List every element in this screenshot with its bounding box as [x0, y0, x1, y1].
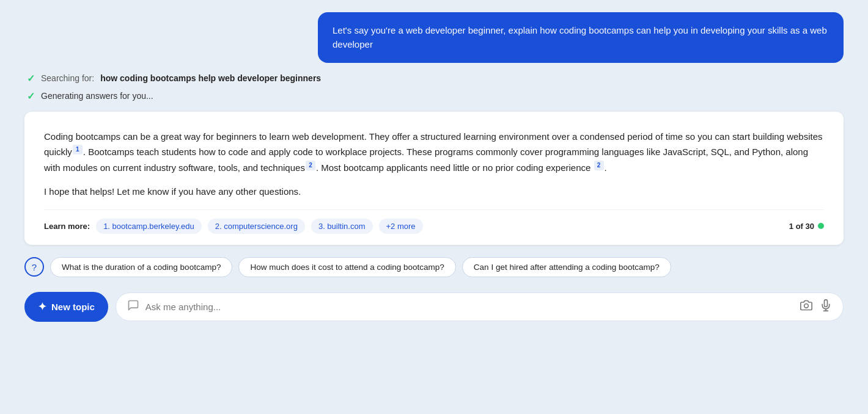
chat-container: Let's say you're a web developer beginne… [24, 12, 844, 322]
ask-input[interactable] [145, 302, 794, 312]
searching-label: Searching for: [41, 73, 94, 83]
generating-label: Generating answers for you... [41, 91, 153, 101]
answer-paragraph-2: I hope that helps! Let me know if you ha… [44, 184, 824, 200]
green-dot [818, 223, 824, 229]
suggestion-btn-3[interactable]: Can I get hired after attending a coding… [462, 257, 671, 277]
chat-bubble-icon [127, 299, 139, 314]
answer-card: Coding bootcamps can be a great way for … [24, 112, 844, 245]
page-indicator: 1 of 30 [789, 222, 824, 231]
new-topic-button[interactable]: ✦ New topic [24, 292, 108, 322]
check-icon-1: ✓ [27, 73, 35, 84]
user-message: Let's say you're a web developer beginne… [318, 12, 844, 63]
learn-more-link-2[interactable]: 2. computerscience.org [208, 219, 305, 234]
searching-status-row: ✓ Searching for: how coding bootcamps he… [27, 73, 844, 84]
suggestion-question-icon: ? [24, 257, 44, 277]
microphone-icon[interactable] [820, 299, 832, 314]
new-topic-label: New topic [51, 302, 95, 312]
suggestion-btn-2[interactable]: How much does it cost to attend a coding… [238, 257, 455, 277]
answer-text: Coding bootcamps can be a great way for … [44, 129, 824, 200]
status-area: ✓ Searching for: how coding bootcamps he… [24, 73, 844, 102]
suggestion-btn-1[interactable]: What is the duration of a coding bootcam… [50, 257, 232, 277]
generating-status-row: ✓ Generating answers for you... [27, 90, 844, 102]
more-badge[interactable]: +2 more [379, 219, 423, 234]
answer-paragraph-1: Coding bootcamps can be a great way for … [44, 129, 824, 176]
svg-point-0 [804, 303, 809, 308]
input-box [116, 292, 844, 321]
input-action-icons [800, 299, 832, 314]
check-icon-2: ✓ [27, 90, 35, 102]
citation-1: 1 [73, 145, 83, 154]
page-count: 1 of 30 [789, 222, 814, 231]
citation-2b: 2 [594, 161, 604, 170]
learn-more-label: Learn more: [44, 222, 90, 231]
search-query: how coding bootcamps help web developer … [100, 73, 321, 83]
learn-more-bar: Learn more: 1. bootcamp.berkeley.edu 2. … [44, 209, 824, 245]
learn-more-link-3[interactable]: 3. builtin.com [311, 219, 373, 234]
spark-icon: ✦ [38, 300, 46, 313]
suggestions-row: ? What is the duration of a coding bootc… [24, 255, 844, 280]
camera-icon[interactable] [800, 299, 812, 314]
user-message-row: Let's say you're a web developer beginne… [24, 12, 844, 63]
input-row: ✦ New topic [24, 292, 844, 322]
learn-more-link-1[interactable]: 1. bootcamp.berkeley.edu [96, 219, 202, 234]
citation-2a: 2 [306, 161, 315, 170]
